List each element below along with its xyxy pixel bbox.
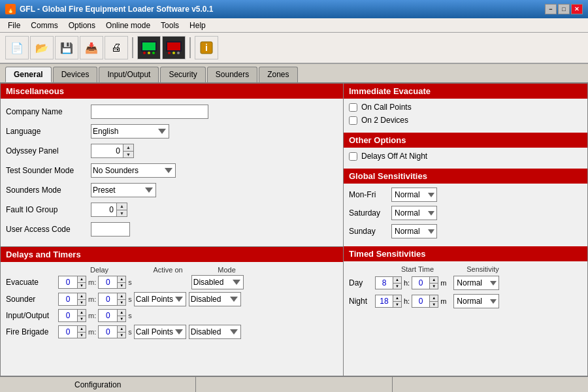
tab-zones[interactable]: Zones <box>259 67 297 82</box>
delays-off-night-checkbox[interactable] <box>349 152 357 161</box>
night-m-input[interactable] <box>412 295 430 308</box>
evacuate-m-down[interactable]: ▼ <box>78 283 86 289</box>
toolbar-new[interactable]: 📄 <box>5 36 29 59</box>
language-row: Language English French German <box>6 123 338 139</box>
mon-fri-select[interactable]: Normal Low High <box>391 188 437 202</box>
fb-m-up[interactable]: ▲ <box>78 326 86 333</box>
on-2-devices-checkbox[interactable] <box>349 116 357 125</box>
io-s-up[interactable]: ▲ <box>118 310 125 316</box>
toolbar-print[interactable]: 🖨 <box>105 36 128 59</box>
day-m-input[interactable] <box>412 276 430 289</box>
test-sounder-label: Test Sounder Mode <box>6 166 91 175</box>
user-access-input[interactable] <box>91 222 130 237</box>
fb-mode-select[interactable]: Disabled Enabled <box>189 325 241 339</box>
io-delay-s-input[interactable] <box>98 309 118 322</box>
tab-input-output[interactable]: Input/Output <box>99 67 159 82</box>
tab-general[interactable]: General <box>5 67 52 82</box>
fb-delay-m-input[interactable] <box>58 325 78 338</box>
delays-content: Delay Active on Mode Evacuate ▲ ▼ m: <box>1 262 343 346</box>
fb-m-down[interactable]: ▼ <box>78 333 86 338</box>
day-h-up[interactable]: ▲ <box>393 277 401 284</box>
day-m-up[interactable]: ▲ <box>430 277 438 284</box>
menu-help[interactable]: Help <box>184 20 211 31</box>
other-options-content: Delays Off At Night <box>344 148 587 169</box>
sunday-select[interactable]: Normal Low High <box>391 224 437 238</box>
delays-section: Delays and Timers Delay Active on Mode E… <box>1 246 343 346</box>
night-sensitivity-select[interactable]: Normal Low High <box>453 294 499 308</box>
evacuate-m-up[interactable]: ▲ <box>78 276 86 283</box>
test-sounder-select[interactable]: No Sounders All Sounders Zone Sounders <box>91 163 176 178</box>
menu-tools[interactable]: Tools <box>155 20 184 31</box>
sounder-row: Sounder ▲ ▼ m: ▲ ▼ <box>6 292 338 306</box>
delays-off-night-label: Delays Off At Night <box>361 152 427 161</box>
on-call-points-checkbox[interactable] <box>349 103 357 112</box>
sounder-mode-select[interactable]: Disabled Enabled <box>189 292 241 306</box>
io-delay-m-input[interactable] <box>58 309 78 322</box>
sounder-m-down[interactable]: ▼ <box>78 300 86 306</box>
sounder-s-up[interactable]: ▲ <box>118 293 125 300</box>
tab-sounders[interactable]: Sounders <box>207 67 257 82</box>
odyssey-panel-down[interactable]: ▼ <box>123 152 133 158</box>
odyssey-panel-input[interactable] <box>91 144 123 158</box>
sounders-mode-select[interactable]: Preset Custom <box>91 183 156 197</box>
day-m-down[interactable]: ▼ <box>430 284 438 289</box>
menu-online-mode[interactable]: Online mode <box>101 20 155 31</box>
fb-delay-s-input[interactable] <box>98 325 118 338</box>
language-label: Language <box>6 127 91 136</box>
timed-sens-col-label: Sensitivity <box>457 265 509 273</box>
odyssey-panel-up[interactable]: ▲ <box>123 144 133 152</box>
night-m-up[interactable]: ▲ <box>430 295 438 302</box>
user-access-row: User Access Code <box>6 221 338 237</box>
day-sensitivity-select[interactable]: Normal Low High <box>453 276 499 290</box>
evacuate-s-down[interactable]: ▼ <box>118 283 125 289</box>
io-m-down[interactable]: ▼ <box>78 316 86 322</box>
saturday-select[interactable]: Normal Low High <box>391 206 437 220</box>
company-name-input[interactable] <box>91 105 208 119</box>
svg-point-8 <box>172 52 175 54</box>
evacuate-label: Evacuate <box>6 278 58 287</box>
evacuate-s-up[interactable]: ▲ <box>118 276 125 283</box>
evacuate-delay-m-input[interactable] <box>58 276 78 289</box>
sounder-m-up[interactable]: ▲ <box>78 293 86 300</box>
sounder-delay-m-input[interactable] <box>58 293 78 306</box>
tab-security[interactable]: Security <box>160 67 205 82</box>
sounder-active-select[interactable]: Call Points All Devices <box>134 292 186 306</box>
saturday-label: Saturday <box>349 208 391 218</box>
timed-day-label: Day <box>349 278 375 287</box>
toolbar-open[interactable]: 📂 <box>30 36 54 59</box>
io-m-up[interactable]: ▲ <box>78 310 86 316</box>
night-h-input[interactable] <box>375 295 393 308</box>
day-h-down[interactable]: ▼ <box>393 284 401 289</box>
tab-devices[interactable]: Devices <box>53 67 98 82</box>
evacuate-delay-s-input[interactable] <box>98 276 118 289</box>
toolbar-saveas[interactable]: 📥 <box>80 36 103 59</box>
toolbar-connect[interactable] <box>137 36 161 59</box>
night-h-up[interactable]: ▲ <box>393 295 401 302</box>
fault-io-down[interactable]: ▼ <box>117 210 127 217</box>
menu-file[interactable]: File <box>3 20 25 31</box>
menu-options[interactable]: Options <box>63 20 101 31</box>
toolbar-separator-1 <box>132 37 133 58</box>
toolbar-info[interactable]: i <box>195 36 218 59</box>
fault-io-input[interactable] <box>91 203 117 217</box>
toolbar-save[interactable]: 💾 <box>55 36 78 59</box>
fb-s-down[interactable]: ▼ <box>118 333 125 338</box>
language-select[interactable]: English French German <box>91 124 169 139</box>
fault-io-up[interactable]: ▲ <box>117 203 127 210</box>
toolbar-disconnect[interactable] <box>162 36 186 59</box>
sounder-delay-s-input[interactable] <box>98 293 118 306</box>
night-m-down[interactable]: ▼ <box>430 302 438 308</box>
other-options-header: Other Options <box>344 133 587 148</box>
evacuate-mode-select[interactable]: Disabled Enabled <box>191 275 244 289</box>
fb-s-up[interactable]: ▲ <box>118 326 125 333</box>
io-s-down[interactable]: ▼ <box>118 316 125 322</box>
minimize-button[interactable]: − <box>545 4 557 14</box>
close-button[interactable]: ✕ <box>571 4 583 14</box>
night-h-down[interactable]: ▼ <box>393 302 401 308</box>
day-h-input[interactable] <box>375 276 393 289</box>
timed-night-row: Night ▲ ▼ h: ▲ ▼ m <box>349 294 582 308</box>
maximize-button[interactable]: □ <box>558 4 570 14</box>
menu-comms[interactable]: Comms <box>25 20 63 31</box>
fb-active-select[interactable]: Call Points All Devices <box>134 325 186 339</box>
sounder-s-down[interactable]: ▼ <box>118 300 125 306</box>
